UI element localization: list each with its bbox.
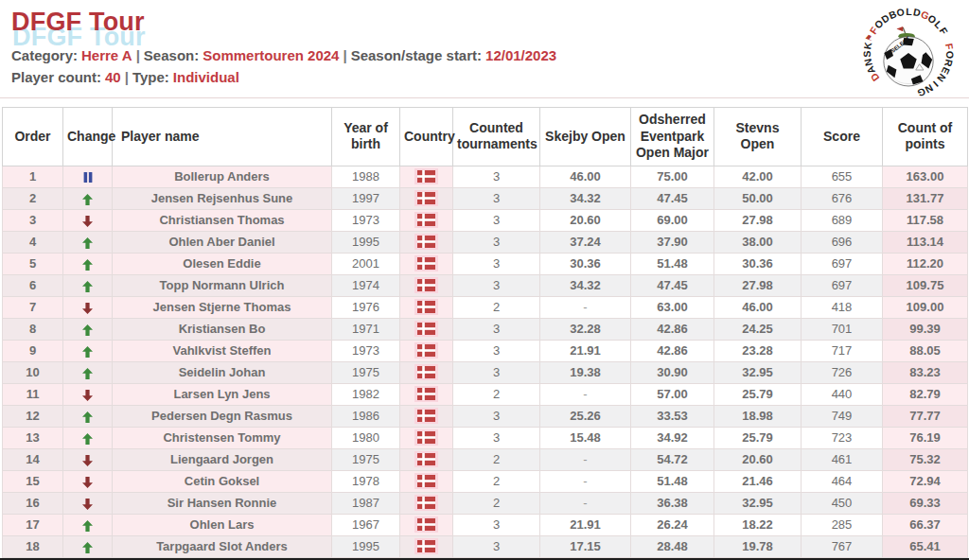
- order-cell: 16: [3, 492, 63, 514]
- counted-cell: 2: [453, 448, 540, 470]
- denmark-flag-icon: [414, 234, 438, 250]
- year-cell: 2001: [332, 253, 400, 274]
- column-header-stevns-open[interactable]: Stevns Open: [714, 108, 802, 166]
- table-row: 17Ohlen Lars1967321.9126.2418.2228566.37: [3, 514, 968, 535]
- score-cell: 749: [802, 405, 883, 427]
- country-cell: [400, 383, 453, 405]
- score-cell: 726: [802, 361, 883, 383]
- table-row: 11Larsen Lyn Jens19822-57.0025.7944082.7…: [3, 383, 968, 405]
- stevns-cell: 27.98: [714, 274, 802, 296]
- points-cell: 66.37: [883, 514, 968, 535]
- stevns-cell: 18.22: [714, 514, 802, 535]
- category-value: Herre A: [81, 47, 132, 63]
- logo-ring-letter: F: [943, 43, 956, 50]
- rank-down-icon: [63, 492, 113, 514]
- stevns-cell: 50.00: [714, 187, 802, 209]
- year-cell: 1973: [332, 209, 400, 231]
- odsherred-cell: 69.00: [631, 209, 714, 231]
- name-cell: Ohlen Lars: [113, 514, 332, 535]
- table-header-row: Order Change Player name Year of birth C…: [3, 108, 968, 166]
- year-cell: 1975: [332, 448, 400, 470]
- column-header-country[interactable]: Country: [400, 108, 453, 166]
- column-header-change[interactable]: Change: [63, 108, 113, 166]
- order-cell: 7: [3, 296, 63, 318]
- rank-down-icon: [63, 209, 113, 231]
- denmark-flag-icon: [414, 342, 438, 359]
- order-cell: 8: [3, 318, 63, 340]
- order-cell: 12: [3, 405, 63, 427]
- name-cell: Ohlen Aber Daniel: [113, 231, 332, 253]
- odsherred-cell: 51.48: [631, 470, 714, 492]
- rank-up-icon: [63, 318, 113, 340]
- column-header-skejby-open[interactable]: Skejby Open: [540, 108, 631, 166]
- stevns-cell: 21.46: [714, 470, 802, 492]
- denmark-flag-icon: [414, 538, 438, 554]
- column-header-odsherred-eventpark-open-major[interactable]: Odsherred Eventpark Open Major: [631, 108, 714, 166]
- name-cell: Christensen Tommy: [113, 427, 332, 448]
- denmark-flag-icon: [414, 277, 438, 293]
- year-cell: 1974: [332, 274, 400, 296]
- rank-up-icon: [63, 514, 113, 535]
- order-cell: 3: [3, 209, 63, 231]
- points-cell: 163.00: [883, 166, 968, 187]
- odsherred-cell: 28.48: [631, 535, 714, 557]
- name-cell: Jensen Stjerne Thomas: [113, 296, 332, 318]
- points-cell: 88.05: [883, 340, 968, 361]
- odsherred-cell: 36.38: [631, 492, 714, 514]
- name-cell: Sir Hansen Ronnie: [113, 492, 332, 514]
- separator: |: [125, 69, 129, 85]
- denmark-flag-icon: [414, 190, 438, 206]
- score-cell: 701: [802, 318, 883, 340]
- counted-cell: 3: [453, 187, 540, 209]
- table-row: 14Liengaard Jorgen19752-54.7220.6046175.…: [3, 448, 968, 470]
- counted-cell: 3: [453, 166, 540, 187]
- column-header-player-name[interactable]: Player name: [113, 108, 332, 166]
- skejby-cell: -: [540, 492, 631, 514]
- stevns-cell: 25.79: [714, 427, 802, 448]
- country-cell: [400, 340, 453, 361]
- year-cell: 1995: [332, 231, 400, 253]
- country-cell: [400, 492, 453, 514]
- counted-cell: 2: [453, 492, 540, 514]
- column-header-score[interactable]: Score: [802, 108, 883, 166]
- points-cell: 117.58: [883, 209, 968, 231]
- column-header-count-of-points[interactable]: Count of points: [883, 108, 968, 166]
- column-header-order[interactable]: Order: [3, 108, 63, 166]
- year-cell: 1988: [332, 166, 400, 187]
- counted-cell: 3: [453, 535, 540, 557]
- denmark-flag-icon: [414, 364, 438, 380]
- rank-up-icon: [63, 535, 113, 557]
- points-cell: 75.32: [883, 448, 968, 470]
- table-row: 12Pedersen Degn Rasmus1986325.2633.5318.…: [3, 405, 968, 427]
- counted-cell: 3: [453, 209, 540, 231]
- logo-ring-letter: S: [861, 51, 872, 58]
- denmark-flag-icon: [414, 516, 438, 533]
- skejby-cell: 19.38: [540, 361, 631, 383]
- denmark-flag-icon: [414, 212, 438, 228]
- rank-same-icon: [63, 166, 113, 187]
- skejby-cell: 34.32: [540, 274, 631, 296]
- denmark-flag-icon: [414, 429, 438, 446]
- stevns-cell: 24.25: [714, 318, 802, 340]
- country-cell: [400, 405, 453, 427]
- year-cell: 1973: [332, 340, 400, 361]
- column-header-counted-tournaments[interactable]: Counted tournaments: [453, 108, 540, 166]
- denmark-flag-icon: [414, 299, 438, 315]
- player-count-value: 40: [105, 69, 121, 85]
- country-cell: [400, 535, 453, 557]
- points-cell: 76.19: [883, 427, 968, 448]
- score-cell: 697: [802, 253, 883, 274]
- column-header-year-of-birth[interactable]: Year of birth: [332, 108, 400, 166]
- table-row: 9Vahlkvist Steffen1973321.9142.8623.2871…: [3, 340, 968, 361]
- order-cell: 17: [3, 514, 63, 535]
- order-cell: 14: [3, 448, 63, 470]
- skejby-cell: -: [540, 296, 631, 318]
- skejby-cell: -: [540, 448, 631, 470]
- country-cell: [400, 166, 453, 187]
- denmark-flag-icon: [414, 495, 438, 511]
- order-cell: 15: [3, 470, 63, 492]
- order-cell: 4: [3, 231, 63, 253]
- order-cell: 6: [3, 274, 63, 296]
- counted-cell: 3: [453, 361, 540, 383]
- score-cell: 767: [802, 535, 883, 557]
